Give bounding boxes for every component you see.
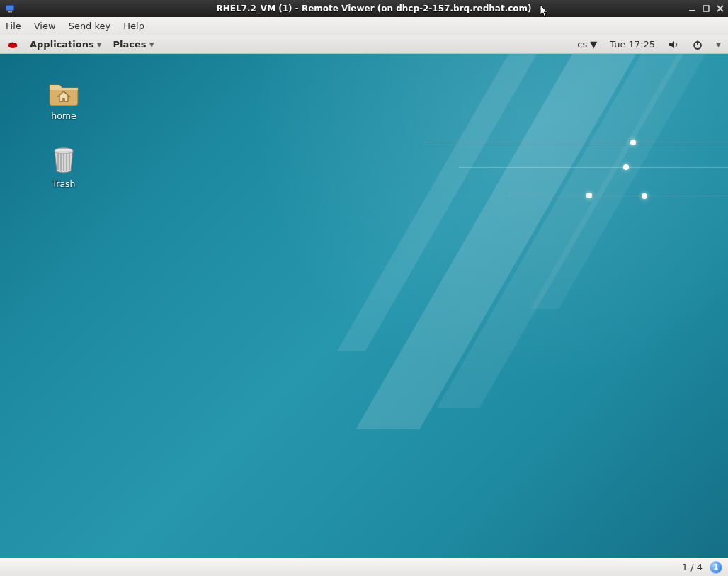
desktop-area[interactable]: home Trash: [0, 54, 728, 558]
svg-rect-0: [6, 5, 14, 11]
maximize-icon[interactable]: [701, 4, 711, 14]
desktop-icon-home[interactable]: home: [35, 77, 92, 121]
places-label: Places: [113, 39, 147, 50]
gnome-top-panel: Applications ▼ Places ▼ cs ▼ Tue 17:25 ▼: [0, 35, 728, 54]
display-pager[interactable]: 1 / 4: [682, 562, 703, 572]
language-label: cs: [577, 39, 587, 50]
input-language-button[interactable]: cs ▼: [577, 39, 597, 50]
viewer-menubar: File View Send key Help: [0, 17, 728, 35]
caret-down-icon: ▼: [97, 41, 102, 48]
wallpaper-dot: [630, 140, 636, 145]
outer-titlebar[interactable]: RHEL7.2_VM (1) - Remote Viewer (on dhcp-…: [0, 0, 728, 17]
trash-icon: [47, 145, 81, 176]
clock-button[interactable]: Tue 17:25: [610, 39, 655, 50]
desktop-icon-label: home: [35, 111, 92, 121]
menu-sendkey[interactable]: Send key: [69, 21, 111, 31]
applications-button[interactable]: Applications ▼: [30, 39, 102, 50]
wallpaper-dot: [623, 164, 629, 170]
close-icon[interactable]: [715, 4, 725, 14]
svg-rect-6: [697, 40, 698, 45]
wallpaper-line: [508, 196, 728, 196]
window-controls: [687, 0, 725, 17]
svg-point-4: [8, 43, 18, 48]
wallpaper-dot: [586, 193, 592, 198]
window-root: RHEL7.2_VM (1) - Remote Viewer (on dhcp-…: [0, 0, 728, 576]
minimize-icon[interactable]: [687, 4, 697, 14]
applications-label: Applications: [30, 39, 94, 50]
caret-down-icon: ▼: [716, 41, 721, 48]
wallpaper-line: [459, 145, 728, 145]
wallpaper-dot: [642, 193, 647, 199]
redhat-logo-icon: [7, 39, 18, 50]
caret-down-icon: ▼: [590, 39, 597, 50]
svg-rect-2: [689, 10, 695, 11]
power-icon[interactable]: [692, 39, 703, 50]
caret-down-icon: ▼: [149, 41, 154, 48]
wallpaper-line: [459, 167, 728, 168]
menu-file[interactable]: File: [6, 21, 21, 31]
folder-home-icon: [47, 77, 81, 108]
window-title: RHEL7.2_VM (1) - Remote Viewer (on dhcp-…: [20, 4, 728, 13]
panel-left: Applications ▼ Places ▼: [7, 39, 154, 50]
viewer-statusbar: 1 / 4 1: [0, 558, 728, 576]
display-indicator-icon[interactable]: 1: [710, 561, 722, 574]
volume-icon[interactable]: [668, 39, 679, 50]
wallpaper-line: [423, 142, 728, 142]
menu-help[interactable]: Help: [123, 21, 144, 31]
places-button[interactable]: Places ▼: [113, 39, 154, 50]
desktop-icon-trash[interactable]: Trash: [35, 145, 92, 189]
monitor-icon: [4, 3, 16, 14]
menu-view[interactable]: View: [34, 21, 56, 31]
desktop-icon-label: Trash: [35, 179, 92, 189]
svg-rect-3: [703, 6, 709, 11]
svg-rect-1: [8, 11, 12, 13]
panel-right: cs ▼ Tue 17:25 ▼: [577, 39, 721, 50]
